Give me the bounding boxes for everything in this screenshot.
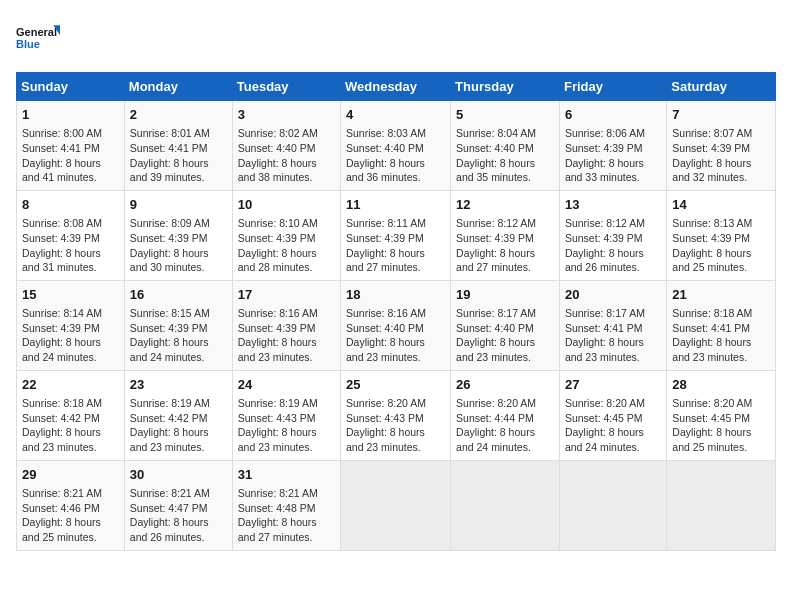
day-number: 24 xyxy=(238,376,335,394)
day-info: Sunrise: 8:12 AM Sunset: 4:39 PM Dayligh… xyxy=(565,216,661,275)
day-info: Sunrise: 8:04 AM Sunset: 4:40 PM Dayligh… xyxy=(456,126,554,185)
calendar-cell: 30Sunrise: 8:21 AM Sunset: 4:47 PM Dayli… xyxy=(124,460,232,550)
calendar-cell: 14Sunrise: 8:13 AM Sunset: 4:39 PM Dayli… xyxy=(667,190,776,280)
calendar-cell: 3Sunrise: 8:02 AM Sunset: 4:40 PM Daylig… xyxy=(232,101,340,191)
day-info: Sunrise: 8:10 AM Sunset: 4:39 PM Dayligh… xyxy=(238,216,335,275)
day-info: Sunrise: 8:06 AM Sunset: 4:39 PM Dayligh… xyxy=(565,126,661,185)
calendar-cell: 25Sunrise: 8:20 AM Sunset: 4:43 PM Dayli… xyxy=(341,370,451,460)
day-number: 7 xyxy=(672,106,770,124)
day-info: Sunrise: 8:01 AM Sunset: 4:41 PM Dayligh… xyxy=(130,126,227,185)
svg-text:General: General xyxy=(16,26,57,38)
calendar-cell: 18Sunrise: 8:16 AM Sunset: 4:40 PM Dayli… xyxy=(341,280,451,370)
col-header-friday: Friday xyxy=(559,73,666,101)
day-number: 28 xyxy=(672,376,770,394)
day-info: Sunrise: 8:07 AM Sunset: 4:39 PM Dayligh… xyxy=(672,126,770,185)
day-number: 3 xyxy=(238,106,335,124)
page-header: General Blue xyxy=(16,16,776,60)
calendar-cell: 19Sunrise: 8:17 AM Sunset: 4:40 PM Dayli… xyxy=(451,280,560,370)
col-header-sunday: Sunday xyxy=(17,73,125,101)
calendar-cell xyxy=(667,460,776,550)
col-header-saturday: Saturday xyxy=(667,73,776,101)
day-info: Sunrise: 8:00 AM Sunset: 4:41 PM Dayligh… xyxy=(22,126,119,185)
day-number: 30 xyxy=(130,466,227,484)
day-info: Sunrise: 8:20 AM Sunset: 4:45 PM Dayligh… xyxy=(672,396,770,455)
day-number: 12 xyxy=(456,196,554,214)
calendar-cell: 11Sunrise: 8:11 AM Sunset: 4:39 PM Dayli… xyxy=(341,190,451,280)
day-number: 1 xyxy=(22,106,119,124)
day-info: Sunrise: 8:16 AM Sunset: 4:39 PM Dayligh… xyxy=(238,306,335,365)
day-number: 21 xyxy=(672,286,770,304)
day-number: 19 xyxy=(456,286,554,304)
calendar-cell: 29Sunrise: 8:21 AM Sunset: 4:46 PM Dayli… xyxy=(17,460,125,550)
calendar-cell: 22Sunrise: 8:18 AM Sunset: 4:42 PM Dayli… xyxy=(17,370,125,460)
day-number: 31 xyxy=(238,466,335,484)
day-info: Sunrise: 8:20 AM Sunset: 4:43 PM Dayligh… xyxy=(346,396,445,455)
day-number: 4 xyxy=(346,106,445,124)
col-header-monday: Monday xyxy=(124,73,232,101)
day-number: 23 xyxy=(130,376,227,394)
day-number: 15 xyxy=(22,286,119,304)
day-number: 2 xyxy=(130,106,227,124)
svg-text:Blue: Blue xyxy=(16,38,40,50)
day-info: Sunrise: 8:18 AM Sunset: 4:42 PM Dayligh… xyxy=(22,396,119,455)
day-info: Sunrise: 8:19 AM Sunset: 4:43 PM Dayligh… xyxy=(238,396,335,455)
day-number: 16 xyxy=(130,286,227,304)
logo-svg: General Blue xyxy=(16,16,60,60)
day-info: Sunrise: 8:19 AM Sunset: 4:42 PM Dayligh… xyxy=(130,396,227,455)
col-header-tuesday: Tuesday xyxy=(232,73,340,101)
day-info: Sunrise: 8:21 AM Sunset: 4:48 PM Dayligh… xyxy=(238,486,335,545)
day-number: 9 xyxy=(130,196,227,214)
col-header-thursday: Thursday xyxy=(451,73,560,101)
day-number: 5 xyxy=(456,106,554,124)
day-info: Sunrise: 8:21 AM Sunset: 4:47 PM Dayligh… xyxy=(130,486,227,545)
calendar-cell: 8Sunrise: 8:08 AM Sunset: 4:39 PM Daylig… xyxy=(17,190,125,280)
day-number: 18 xyxy=(346,286,445,304)
day-info: Sunrise: 8:08 AM Sunset: 4:39 PM Dayligh… xyxy=(22,216,119,275)
day-info: Sunrise: 8:14 AM Sunset: 4:39 PM Dayligh… xyxy=(22,306,119,365)
calendar-cell: 10Sunrise: 8:10 AM Sunset: 4:39 PM Dayli… xyxy=(232,190,340,280)
calendar-cell: 20Sunrise: 8:17 AM Sunset: 4:41 PM Dayli… xyxy=(559,280,666,370)
calendar-cell: 24Sunrise: 8:19 AM Sunset: 4:43 PM Dayli… xyxy=(232,370,340,460)
day-number: 10 xyxy=(238,196,335,214)
calendar-cell: 28Sunrise: 8:20 AM Sunset: 4:45 PM Dayli… xyxy=(667,370,776,460)
calendar-cell: 17Sunrise: 8:16 AM Sunset: 4:39 PM Dayli… xyxy=(232,280,340,370)
calendar-cell: 4Sunrise: 8:03 AM Sunset: 4:40 PM Daylig… xyxy=(341,101,451,191)
calendar-cell: 9Sunrise: 8:09 AM Sunset: 4:39 PM Daylig… xyxy=(124,190,232,280)
calendar-cell: 5Sunrise: 8:04 AM Sunset: 4:40 PM Daylig… xyxy=(451,101,560,191)
day-number: 8 xyxy=(22,196,119,214)
day-info: Sunrise: 8:21 AM Sunset: 4:46 PM Dayligh… xyxy=(22,486,119,545)
calendar-cell xyxy=(341,460,451,550)
day-info: Sunrise: 8:15 AM Sunset: 4:39 PM Dayligh… xyxy=(130,306,227,365)
day-number: 6 xyxy=(565,106,661,124)
calendar-cell: 13Sunrise: 8:12 AM Sunset: 4:39 PM Dayli… xyxy=(559,190,666,280)
day-number: 11 xyxy=(346,196,445,214)
calendar-cell: 31Sunrise: 8:21 AM Sunset: 4:48 PM Dayli… xyxy=(232,460,340,550)
day-info: Sunrise: 8:02 AM Sunset: 4:40 PM Dayligh… xyxy=(238,126,335,185)
day-number: 22 xyxy=(22,376,119,394)
day-info: Sunrise: 8:11 AM Sunset: 4:39 PM Dayligh… xyxy=(346,216,445,275)
day-info: Sunrise: 8:18 AM Sunset: 4:41 PM Dayligh… xyxy=(672,306,770,365)
calendar-cell: 2Sunrise: 8:01 AM Sunset: 4:41 PM Daylig… xyxy=(124,101,232,191)
calendar-cell: 15Sunrise: 8:14 AM Sunset: 4:39 PM Dayli… xyxy=(17,280,125,370)
day-info: Sunrise: 8:03 AM Sunset: 4:40 PM Dayligh… xyxy=(346,126,445,185)
logo: General Blue xyxy=(16,16,60,60)
calendar-cell: 16Sunrise: 8:15 AM Sunset: 4:39 PM Dayli… xyxy=(124,280,232,370)
calendar-cell xyxy=(451,460,560,550)
day-info: Sunrise: 8:20 AM Sunset: 4:44 PM Dayligh… xyxy=(456,396,554,455)
day-info: Sunrise: 8:20 AM Sunset: 4:45 PM Dayligh… xyxy=(565,396,661,455)
day-number: 14 xyxy=(672,196,770,214)
calendar-cell: 21Sunrise: 8:18 AM Sunset: 4:41 PM Dayli… xyxy=(667,280,776,370)
calendar-cell: 7Sunrise: 8:07 AM Sunset: 4:39 PM Daylig… xyxy=(667,101,776,191)
day-number: 29 xyxy=(22,466,119,484)
day-info: Sunrise: 8:12 AM Sunset: 4:39 PM Dayligh… xyxy=(456,216,554,275)
day-info: Sunrise: 8:09 AM Sunset: 4:39 PM Dayligh… xyxy=(130,216,227,275)
day-info: Sunrise: 8:13 AM Sunset: 4:39 PM Dayligh… xyxy=(672,216,770,275)
col-header-wednesday: Wednesday xyxy=(341,73,451,101)
calendar-cell: 23Sunrise: 8:19 AM Sunset: 4:42 PM Dayli… xyxy=(124,370,232,460)
day-number: 17 xyxy=(238,286,335,304)
calendar-cell: 26Sunrise: 8:20 AM Sunset: 4:44 PM Dayli… xyxy=(451,370,560,460)
day-number: 13 xyxy=(565,196,661,214)
day-info: Sunrise: 8:17 AM Sunset: 4:41 PM Dayligh… xyxy=(565,306,661,365)
day-info: Sunrise: 8:17 AM Sunset: 4:40 PM Dayligh… xyxy=(456,306,554,365)
calendar-cell xyxy=(559,460,666,550)
